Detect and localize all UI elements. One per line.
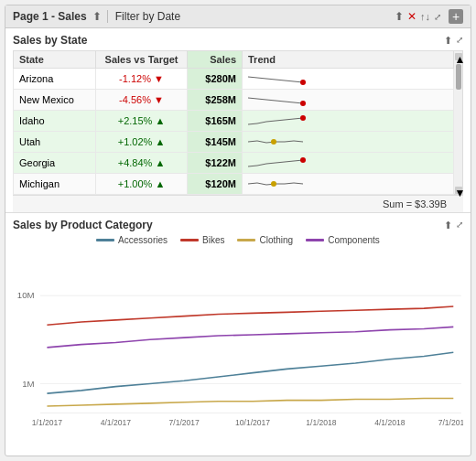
upload-icon[interactable]: ⬆	[92, 10, 102, 23]
chart-area: 10M 1M 1/1/2017 4/1/2	[13, 249, 463, 450]
cell-sales: $165M	[188, 111, 243, 132]
chart-upload-icon[interactable]: ⬆	[444, 220, 452, 231]
chart-legend: AccessoriesBikesClothingComponents	[13, 235, 463, 245]
bikes-line	[47, 306, 453, 325]
cell-state: Idaho	[14, 111, 96, 132]
filter-upload-icon[interactable]: ⬆	[395, 10, 404, 23]
svg-text:1M: 1M	[22, 379, 34, 389]
table-upload-icon[interactable]: ⬆	[444, 35, 452, 47]
table-row: New Mexico -4.56% ▼ $258M	[14, 90, 454, 111]
cell-vs-target: +2.15% ▲	[96, 111, 188, 132]
sum-display: Sum = $3.39B	[13, 195, 463, 212]
svg-text:10M: 10M	[17, 290, 35, 300]
chart-expand-icon[interactable]: ⤢	[456, 220, 463, 231]
table-row: Arizona -1.12% ▼ $280M	[14, 69, 454, 90]
cell-trend	[243, 111, 454, 132]
svg-point-0	[300, 80, 306, 85]
accessories-line	[47, 352, 453, 393]
cell-sales: $120M	[188, 174, 243, 195]
cell-trend	[243, 174, 454, 195]
col-sales: Sales	[188, 51, 243, 69]
svg-point-5	[271, 181, 276, 187]
svg-point-4	[300, 157, 306, 163]
table-row: Michigan +1.00% ▲ $120M	[14, 174, 454, 195]
legend-item: Bikes	[180, 235, 224, 245]
cell-vs-target: +1.00% ▲	[96, 174, 188, 195]
table-row: Idaho +2.15% ▲ $165M	[14, 111, 454, 132]
cell-trend	[243, 153, 454, 174]
filter-label: Filter by Date	[115, 10, 180, 23]
components-line	[47, 327, 453, 347]
sales-table: State Sales vs Target Sales Trend Arizon…	[13, 50, 454, 195]
svg-text:7/1/2017: 7/1/2017	[169, 418, 200, 427]
chart-title: Sales by Product Category	[13, 219, 153, 231]
cell-vs-target: -4.56% ▼	[96, 90, 188, 111]
cell-state: Arizona	[14, 69, 96, 90]
col-trend: Trend	[243, 51, 454, 69]
svg-text:10/1/2017: 10/1/2017	[235, 418, 270, 427]
svg-text:1/1/2018: 1/1/2018	[306, 418, 337, 427]
cell-trend	[243, 132, 454, 153]
legend-item: Components	[306, 235, 380, 245]
cell-vs-target: +1.02% ▲	[96, 132, 188, 153]
legend-color	[306, 239, 324, 241]
add-page-button[interactable]: +	[449, 9, 463, 24]
cell-sales: $122M	[188, 153, 243, 174]
svg-text:7/1/2018: 7/1/2018	[438, 418, 463, 427]
svg-text:4/1/2018: 4/1/2018	[374, 418, 406, 427]
line-chart: 10M 1M 1/1/2017 4/1/2	[13, 249, 463, 450]
filter-remove-icon[interactable]: ✕	[407, 10, 416, 23]
legend-label: Bikes	[202, 235, 224, 245]
cell-sales: $145M	[188, 132, 243, 153]
col-state: State	[14, 51, 96, 69]
col-vs-target: Sales vs Target	[96, 51, 188, 69]
legend-item: Clothing	[237, 235, 293, 245]
legend-label: Clothing	[259, 235, 293, 245]
cell-sales: $258M	[188, 90, 243, 111]
svg-text:1/1/2017: 1/1/2017	[32, 418, 63, 427]
legend-label: Components	[328, 235, 380, 245]
cell-sales: $280M	[188, 69, 243, 90]
cell-state: Georgia	[14, 153, 96, 174]
cell-state: Michigan	[14, 174, 96, 195]
table-expand-icon[interactable]: ⤢	[456, 35, 463, 47]
legend-label: Accessories	[118, 235, 168, 245]
svg-point-3	[271, 139, 276, 145]
sales-by-state-title: Sales by State	[13, 34, 87, 47]
page-container: Page 1 - Sales ⬆ Filter by Date ⬆ ✕ ↑↓ ⤢…	[5, 5, 471, 456]
legend-item: Accessories	[96, 235, 168, 245]
cell-trend	[243, 69, 454, 90]
legend-color	[180, 239, 199, 241]
table-row: Utah +1.02% ▲ $145M	[14, 132, 454, 153]
filter-sort-icon[interactable]: ↑↓	[420, 11, 430, 22]
legend-color	[96, 239, 114, 241]
svg-text:4/1/2017: 4/1/2017	[101, 418, 132, 427]
table-row: Georgia +4.84% ▲ $122M	[14, 153, 454, 174]
svg-point-1	[300, 101, 306, 106]
cell-state: New Mexico	[14, 90, 96, 111]
legend-color	[237, 239, 255, 241]
page-title: Page 1 - Sales	[13, 10, 87, 23]
filter-expand-icon[interactable]: ⤢	[434, 12, 441, 22]
cell-state: Utah	[14, 132, 96, 153]
cell-trend	[243, 90, 454, 111]
cell-vs-target: -1.12% ▼	[96, 69, 188, 90]
cell-vs-target: +4.84% ▲	[96, 153, 188, 174]
svg-point-2	[300, 115, 306, 121]
clothing-line	[47, 398, 453, 406]
